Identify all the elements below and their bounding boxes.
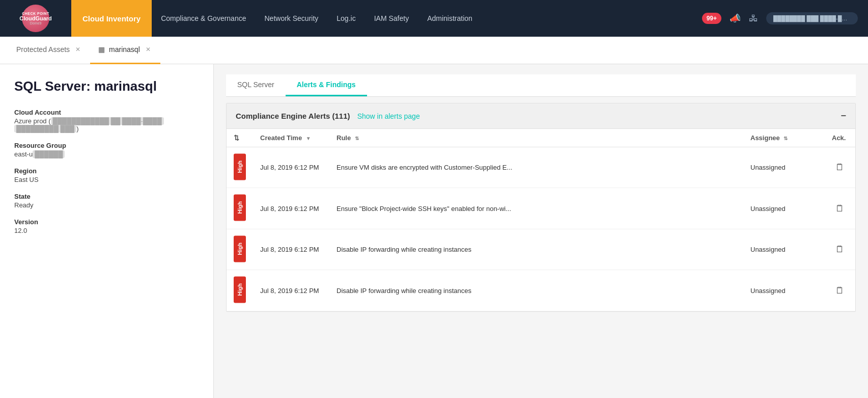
th-sort[interactable]: ⇅ bbox=[227, 129, 253, 147]
td-severity-3: High bbox=[227, 270, 253, 311]
td-assignee-0: Unassigned bbox=[743, 147, 825, 188]
td-ack-2[interactable]: 🗒 bbox=[825, 229, 855, 270]
ack-icon-2[interactable]: 🗒 bbox=[835, 244, 845, 254]
cloud-account-id-blurred: ████████████ ██ ████-████ bbox=[51, 117, 164, 125]
table-row: High Jul 8, 2019 6:12 PM Disable IP forw… bbox=[227, 229, 855, 270]
severity-badge-2: High bbox=[234, 235, 246, 262]
td-rule-1: Ensure "Block Project-wide SSH keys" ena… bbox=[329, 188, 743, 229]
region-label: Region bbox=[14, 167, 199, 175]
th-rule[interactable]: Rule ⇅ bbox=[329, 129, 743, 147]
region-section: Region East US bbox=[14, 167, 199, 183]
db-icon: ▦ bbox=[98, 45, 105, 54]
tab-protected-assets[interactable]: Protected Assets ✕ bbox=[8, 37, 90, 64]
version-section: Version 12.0 bbox=[14, 218, 199, 234]
th-ack: Ack. bbox=[825, 129, 855, 147]
left-panel: SQL Server: marinasql Cloud Account Azur… bbox=[0, 64, 214, 398]
assignee-sort-icon: ⇅ bbox=[783, 136, 788, 141]
notification-badge[interactable]: 99+ bbox=[702, 13, 721, 24]
tab-marinasql-close[interactable]: ✕ bbox=[144, 45, 152, 54]
table-row: High Jul 8, 2019 6:12 PM Ensure VM disks… bbox=[227, 147, 855, 188]
td-severity-2: High bbox=[227, 229, 253, 270]
logo-main: CloudGuard bbox=[19, 15, 52, 21]
td-severity-1: High bbox=[227, 188, 253, 229]
severity-badge-0: High bbox=[234, 153, 246, 180]
sub-tabs: SQL Server Alerts & Findings bbox=[226, 74, 856, 97]
version-label: Version bbox=[14, 218, 199, 226]
ack-icon-3[interactable]: 🗒 bbox=[835, 285, 845, 296]
td-assignee-3: Unassigned bbox=[743, 270, 825, 311]
cloud-account-label: Cloud Account bbox=[14, 109, 199, 116]
ack-icon-0[interactable]: 🗒 bbox=[835, 162, 845, 172]
state-value: Ready bbox=[14, 201, 199, 209]
state-section: State Ready bbox=[14, 193, 199, 209]
td-ack-0[interactable]: 🗒 bbox=[825, 147, 855, 188]
severity-badge-1: High bbox=[234, 194, 246, 221]
td-time-1: Jul 8, 2019 6:12 PM bbox=[253, 188, 329, 229]
resource-group-blurred: ██████ bbox=[33, 150, 65, 158]
table-row: High Jul 8, 2019 6:12 PM Disable IP forw… bbox=[227, 270, 855, 311]
megaphone-icon[interactable]: 📣 bbox=[730, 13, 741, 24]
th-created-time[interactable]: Created Time ▼ bbox=[253, 129, 329, 147]
td-assignee-2: Unassigned bbox=[743, 229, 825, 270]
tab-protected-assets-close[interactable]: ✕ bbox=[74, 45, 82, 54]
td-time-3: Jul 8, 2019 6:12 PM bbox=[253, 270, 329, 311]
logo-top: CHECK POINT bbox=[22, 12, 49, 15]
alerts-minimize-button[interactable]: − bbox=[841, 111, 846, 121]
nav-logic[interactable]: Log.ic bbox=[327, 0, 365, 37]
nav-right: 99+ 📣 🖧 ████████ ███ ████-████ bbox=[692, 12, 868, 24]
sub-tab-alerts[interactable]: Alerts & Findings bbox=[286, 74, 367, 96]
nav-admin[interactable]: Administration bbox=[418, 0, 482, 37]
logo[interactable]: CHECK POINT CloudGuard Dome9 bbox=[0, 0, 71, 37]
td-time-2: Jul 8, 2019 6:12 PM bbox=[253, 229, 329, 270]
nav-network[interactable]: Network Security bbox=[255, 0, 327, 37]
region-value: East US bbox=[14, 176, 199, 183]
tab-protected-assets-label: Protected Assets bbox=[16, 45, 70, 54]
resource-group-section: Resource Group east-u██████ bbox=[14, 142, 199, 158]
nav-links: Compliance & Governance Network Security… bbox=[152, 0, 691, 37]
td-ack-1[interactable]: 🗒 bbox=[825, 188, 855, 229]
table-header-row: ⇅ Created Time ▼ Rule ⇅ Assignee ⇅ bbox=[227, 129, 855, 147]
user-menu[interactable]: ████████ ███ ████-████ bbox=[766, 12, 858, 24]
ack-icon-1[interactable]: 🗒 bbox=[835, 203, 845, 214]
resource-group-label: Resource Group bbox=[14, 142, 199, 149]
created-time-sort-icon: ▼ bbox=[306, 136, 311, 141]
state-label: State bbox=[14, 193, 199, 200]
cloud-account-value: Azure prod (████████████ ██ ████-████ ██… bbox=[14, 117, 199, 132]
td-ack-3[interactable]: 🗒 bbox=[825, 270, 855, 311]
td-rule-3: Disable IP forwarding while creating ins… bbox=[329, 270, 743, 311]
severity-badge-3: High bbox=[234, 276, 246, 303]
sub-tab-sql-server[interactable]: SQL Server bbox=[226, 74, 286, 96]
td-time-0: Jul 8, 2019 6:12 PM bbox=[253, 147, 329, 188]
right-panel: SQL Server Alerts & Findings Compliance … bbox=[214, 64, 868, 398]
alerts-section: Compliance Engine Alerts (111) Show in a… bbox=[226, 103, 856, 312]
td-assignee-1: Unassigned bbox=[743, 188, 825, 229]
logo-sub: Dome9 bbox=[30, 21, 42, 25]
page-title: SQL Server: marinasql bbox=[14, 78, 199, 94]
nav-compliance[interactable]: Compliance & Governance bbox=[152, 0, 255, 37]
resource-group-value: east-u██████ bbox=[14, 150, 199, 158]
nav-iam[interactable]: IAM Safety bbox=[365, 0, 418, 37]
cloud-account-id2-blurred: █████████ ███ bbox=[14, 125, 76, 132]
nav-cloud-inventory[interactable]: Cloud Inventory bbox=[71, 0, 152, 37]
tabs-bar: Protected Assets ✕ ▦ marinasql ✕ bbox=[0, 37, 868, 64]
alerts-title: Compliance Engine Alerts (111) bbox=[236, 112, 352, 120]
td-rule-2: Disable IP forwarding while creating ins… bbox=[329, 229, 743, 270]
td-severity-0: High bbox=[227, 147, 253, 188]
network-icon[interactable]: 🖧 bbox=[749, 13, 758, 24]
tab-marinasql[interactable]: ▦ marinasql ✕ bbox=[90, 37, 160, 64]
table-row: High Jul 8, 2019 6:12 PM Ensure "Block P… bbox=[227, 188, 855, 229]
alerts-title-area: Compliance Engine Alerts (111) Show in a… bbox=[236, 112, 420, 120]
cloud-account-section: Cloud Account Azure prod (████████████ █… bbox=[14, 109, 199, 132]
td-rule-0: Ensure VM disks are encrypted with Custo… bbox=[329, 147, 743, 188]
th-assignee[interactable]: Assignee ⇅ bbox=[743, 129, 825, 147]
alerts-header: Compliance Engine Alerts (111) Show in a… bbox=[227, 103, 855, 129]
alerts-show-in-page-link[interactable]: Show in alerts page bbox=[357, 112, 420, 120]
navbar: CHECK POINT CloudGuard Dome9 Cloud Inven… bbox=[0, 0, 868, 37]
rule-sort-icon: ⇅ bbox=[355, 136, 359, 141]
version-value: 12.0 bbox=[14, 227, 199, 234]
main-content: SQL Server: marinasql Cloud Account Azur… bbox=[0, 64, 868, 398]
alerts-table: ⇅ Created Time ▼ Rule ⇅ Assignee ⇅ bbox=[227, 129, 855, 311]
logo-circle: CHECK POINT CloudGuard Dome9 bbox=[22, 5, 49, 32]
tab-marinasql-label: marinasql bbox=[109, 45, 140, 54]
